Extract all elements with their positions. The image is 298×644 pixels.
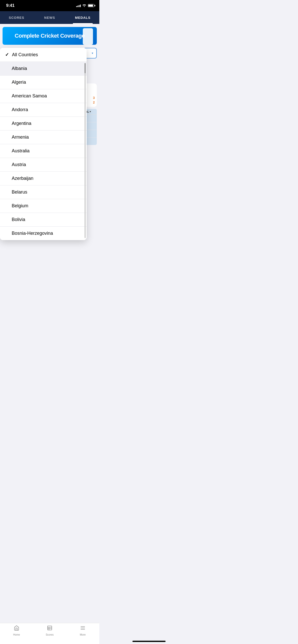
nav-tabs: SCORES NEWS MEDALS <box>0 11 99 24</box>
dropdown-item-algeria[interactable]: Algeria <box>0 76 87 89</box>
battery-icon <box>88 4 94 7</box>
banner-ad[interactable]: Complete Cricket Coverage <box>3 27 97 45</box>
dropdown-item-label: Austria <box>12 162 26 167</box>
country-dropdown-list: ✓ All Countries Albania Algeria American… <box>0 48 87 240</box>
dropdown-item-argentina[interactable]: Argentina <box>0 117 87 130</box>
dropdown-item-label: Azerbaijan <box>12 176 33 181</box>
dropdown-item-label: All Countries <box>12 52 38 57</box>
dropdown-item-label: Belgium <box>12 203 28 209</box>
dropdown-item-azerbaijan[interactable]: Azerbaijan <box>0 172 87 185</box>
dropdown-item-albania[interactable]: Albania <box>0 62 87 76</box>
dropdown-item-label: Andorra <box>12 107 28 112</box>
status-bar: 9:41 <box>0 0 99 11</box>
dropdown-item-label: Argentina <box>12 121 31 126</box>
scrollbar-track[interactable] <box>85 63 86 238</box>
tab-scores[interactable]: SCORES <box>0 11 33 24</box>
status-time: 9:41 <box>6 3 15 8</box>
checkmark-icon: ✓ <box>5 52 9 57</box>
dropdown-item-label: Bosnia-Herzegovina <box>12 231 53 236</box>
dropdown-item-label: Albania <box>12 66 27 71</box>
dropdown-item-australia[interactable]: Australia <box>0 144 87 158</box>
dropdown-item-belgium[interactable]: Belgium <box>0 199 87 213</box>
athlete-score: 3 <box>93 96 95 100</box>
dropdown-item-belarus[interactable]: Belarus <box>0 185 87 199</box>
dropdown-item-label: Bolivia <box>12 217 25 222</box>
chevron-down-icon: ▾ <box>92 51 93 55</box>
scrollbar-thumb[interactable] <box>85 63 86 73</box>
tab-news[interactable]: NEWS <box>33 11 66 24</box>
banner-text: Complete Cricket Coverage <box>15 33 85 39</box>
dropdown-item-bolivia[interactable]: Bolivia <box>0 213 87 227</box>
signal-bars-icon <box>76 4 81 7</box>
status-icons <box>76 4 94 8</box>
dropdown-item-label: American Samoa <box>12 93 47 99</box>
wifi-icon <box>82 4 86 8</box>
main-content: Athletes ▾ ✓ All Countries Albania Alger… <box>0 48 99 310</box>
dropdown-item-label: Belarus <box>12 189 27 195</box>
sort-arrow-icon: ▾ <box>90 110 91 113</box>
tab-medals[interactable]: MEDALS <box>66 11 99 24</box>
dropdown-item-andorra[interactable]: Andorra <box>0 103 87 117</box>
dropdown-item-all-countries[interactable]: ✓ All Countries <box>0 48 87 62</box>
dropdown-item-label: Armenia <box>12 135 29 140</box>
dropdown-item-armenia[interactable]: Armenia <box>0 130 87 144</box>
dropdown-item-label: Australia <box>12 148 30 154</box>
athlete-score: 2 <box>93 101 95 104</box>
dropdown-item-american-samoa[interactable]: American Samoa <box>0 89 87 103</box>
dropdown-item-label: Algeria <box>12 80 26 85</box>
dropdown-item-bosnia[interactable]: Bosnia-Herzegovina <box>0 227 87 240</box>
dropdown-item-austria[interactable]: Austria <box>0 158 87 172</box>
